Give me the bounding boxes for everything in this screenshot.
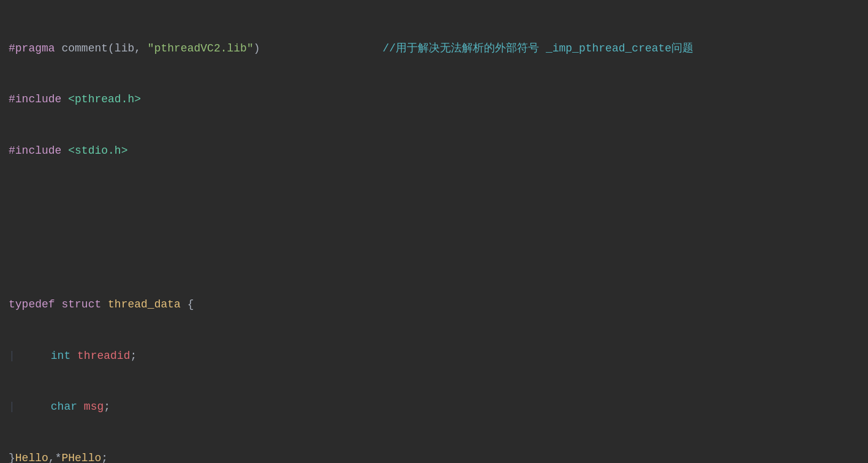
line-include-stdio: #include <stdio.h> xyxy=(9,143,868,160)
line-close-hello: }Hello,*PHello; xyxy=(9,450,868,463)
line-typedef: typedef struct thread_data { xyxy=(9,296,868,314)
line-include-pthread: #include <pthread.h> xyxy=(9,91,868,108)
line-pragma: #pragma comment(lib, "pthreadVC2.lib")//… xyxy=(9,40,868,58)
line-char-msg: |char msg; xyxy=(9,399,868,416)
code-editor: #pragma comment(lib, "pthreadVC2.lib")//… xyxy=(9,6,868,463)
line-blank-1 xyxy=(9,194,868,211)
line-blank-2 xyxy=(9,245,868,262)
line-int-threadid: |int threadid; xyxy=(9,348,868,365)
